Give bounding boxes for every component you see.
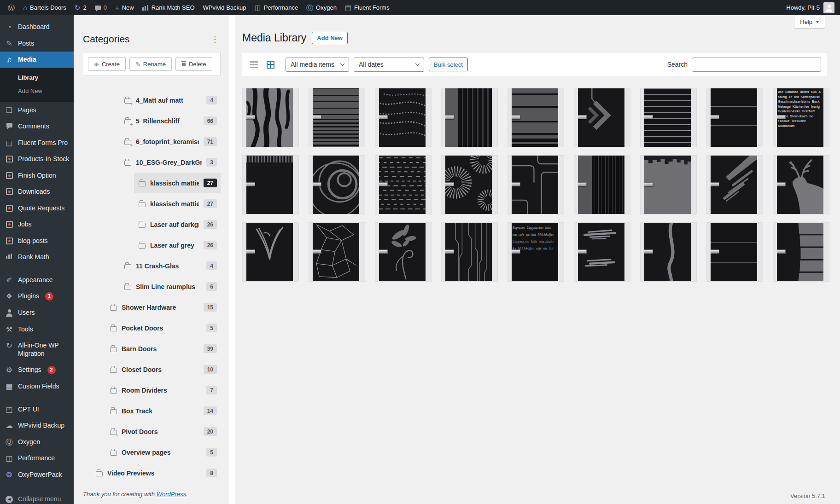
sidebar-item-blog-posts[interactable]: blog-posts [0, 233, 74, 249]
category-tree-item[interactable]: + Pivot Doors 20 [105, 421, 221, 442]
category-tree-item[interactable]: + 4_Matt auf matt 4 [120, 90, 221, 110]
sidebar-item-performance[interactable]: ◫ Performance [0, 450, 74, 467]
sidebar-item-plugins[interactable]: ❖ Plugins 1 [0, 288, 74, 305]
admin-bar-wpvivid-backup[interactable]: WPvivid Backup [199, 0, 251, 15]
category-tree-item[interactable]: klassisch mattiert ... 27 [134, 193, 221, 214]
rename-button[interactable]: ✎Rename [129, 57, 172, 71]
admin-bar-oxygen[interactable]: Ⓠ Oxygen [302, 0, 341, 15]
sidebar-item-appearance[interactable]: ✐ Appearance [0, 272, 74, 289]
search-input[interactable] [692, 58, 821, 72]
media-item[interactable] [309, 88, 365, 147]
media-item[interactable] [441, 155, 498, 214]
sidebar-item-users[interactable]: Users [0, 305, 74, 321]
media-item[interactable] [375, 222, 432, 282]
media-item[interactable] [574, 155, 630, 214]
media-item[interactable] [375, 155, 432, 214]
media-item[interactable] [242, 222, 299, 282]
category-tree-item[interactable]: Video Previews 8 [91, 463, 221, 483]
sidebar-item-media[interactable]: ♫ Media [0, 52, 74, 68]
sidebar-item-dashboard[interactable]: ◔ Dashboard [0, 19, 74, 35]
category-tree-item[interactable]: 11 Crash-Glas 4 [120, 255, 221, 276]
media-item[interactable] [508, 88, 564, 147]
sidebar-item-quote-requests[interactable]: Quote Requests [0, 200, 74, 217]
media-item[interactable] [508, 155, 564, 214]
media-item[interactable]: Espresso Cappuccino latte ma café au lai… [508, 222, 564, 282]
sidebar-item-products-in-stock[interactable]: Products-In-Stock [0, 151, 74, 168]
category-tree-item[interactable]: klassisch mattiert... 27 [134, 173, 221, 193]
sidebar-item-wpvivid-backup[interactable]: ☁ WPvivid Backup [0, 417, 74, 434]
sidebar-item-tools[interactable]: ⚒ Tools [0, 321, 74, 338]
submenu-item-library[interactable]: Library [0, 71, 74, 84]
category-tree-item[interactable]: Barn Doors 39 [105, 338, 221, 359]
media-item[interactable] [640, 222, 697, 282]
media-item[interactable] [706, 155, 763, 214]
sidebar-item-posts[interactable]: ✎ Posts [0, 35, 74, 52]
create-button[interactable]: ⊕Create [88, 57, 126, 71]
add-new-button[interactable]: Add New [312, 32, 348, 44]
admin-bar-rank-math[interactable]: Rank Math SEO [138, 0, 199, 15]
media-item[interactable] [773, 222, 829, 282]
admin-bar-fluent-forms[interactable]: ▤ Fluent Forms [341, 0, 394, 15]
howdy-label[interactable]: Howdy, Pit-5 [786, 4, 820, 11]
admin-bar-wp-logo[interactable]: Ⓦ [4, 0, 19, 15]
sidebar-item-custom-fields[interactable]: ▦ Custom Fields [0, 378, 74, 395]
category-tree-item[interactable]: Laser auf grey 26 [134, 235, 221, 255]
kebab-menu-icon[interactable]: ⋮ [209, 35, 221, 44]
sidebar-item-pages[interactable]: ❏ Pages [0, 102, 74, 119]
sidebar-item-oxypowerpack[interactable]: ❂ OxyPowerPack [0, 467, 74, 483]
category-tree-item[interactable]: Pocket Doors 5 [105, 318, 221, 338]
sidebar-item-settings[interactable]: ⚙ Settings 2 [0, 362, 74, 378]
sidebar-item-oxygen[interactable]: Ⓠ Oxygen [0, 434, 74, 451]
avatar[interactable] [823, 2, 834, 13]
media-item[interactable] [242, 155, 299, 214]
category-tree-item[interactable]: Room Dividers 7 [105, 380, 221, 400]
category-tree-item[interactable]: Slim Line raumplus 6 [120, 276, 221, 297]
media-item[interactable] [706, 222, 763, 282]
media-item[interactable] [706, 88, 763, 147]
sidebar-item-finish-option[interactable]: Finish Option [0, 168, 74, 184]
admin-bar-performance[interactable]: ◫ Performance [251, 0, 303, 15]
sidebar-item-comments[interactable]: Comments [0, 118, 74, 135]
media-item[interactable] [640, 88, 697, 147]
category-tree-item[interactable]: + 6_fotoprint_keramische... 71 [120, 131, 221, 152]
category-tree-item[interactable]: Overview pages 5 [105, 442, 221, 463]
media-item[interactable]: use Salatbar Buffet süß & salzig Te ost … [773, 88, 829, 147]
media-item[interactable] [309, 222, 365, 282]
sidebar-item-collapse-menu[interactable]: ◀ Collapse menu [0, 491, 74, 504]
category-tree-item[interactable]: + 5_Rillenschliff 66 [120, 110, 221, 131]
submenu-item-add-new[interactable]: Add New [0, 84, 74, 98]
media-item[interactable] [773, 155, 829, 214]
media-item[interactable] [441, 222, 498, 282]
category-tree-item[interactable]: Box Track 14 [105, 400, 221, 421]
media-item[interactable] [375, 88, 432, 147]
delete-button[interactable]: Delete [175, 57, 212, 71]
admin-bar-updates[interactable]: ↻ 2 [70, 0, 91, 15]
media-item[interactable] [574, 88, 630, 147]
category-tree-item[interactable]: Shower Hardware 15 [105, 297, 221, 318]
category-tree-item[interactable]: Laser auf darkgrey 26 [134, 214, 221, 235]
media-item[interactable] [640, 155, 697, 214]
help-button[interactable]: Help [794, 15, 825, 29]
media-item[interactable] [242, 88, 299, 147]
sidebar-item-all-in-one-wp-migration[interactable]: ↻ All-in-One WP Migration [0, 337, 74, 362]
wordpress-link[interactable]: WordPress [157, 491, 186, 498]
admin-bar-comments[interactable]: 0 [91, 0, 111, 15]
admin-bar-new[interactable]: + New [111, 0, 138, 15]
media-type-filter[interactable]: All media items [286, 58, 349, 72]
media-item[interactable] [441, 88, 498, 147]
sidebar-item-downloads[interactable]: Downloads [0, 184, 74, 200]
sidebar-item-cpt-ui[interactable]: ◰ CPT UI [0, 401, 74, 418]
list-view-button[interactable] [248, 58, 260, 70]
sidebar-item-jobs[interactable]: Jobs [0, 216, 74, 233]
sidebar-item-rank-math[interactable]: Rank Math [0, 249, 74, 266]
category-tree-item[interactable]: Closet Doors 10 [105, 359, 221, 380]
sidebar-item-fluent-forms-pro[interactable]: ▤ Fluent Forms Pro [0, 135, 74, 151]
bulk-select-button[interactable]: Bulk select [429, 58, 468, 71]
category-tree-item[interactable]: − 10_ESG-Grey_DarkGrey 3 [120, 152, 221, 173]
media-item[interactable] [574, 222, 630, 282]
media-item[interactable] [309, 155, 365, 214]
admin-bar-site-name[interactable]: ⌂ Bartels Doors [19, 0, 70, 15]
panel-divider[interactable] [228, 15, 235, 504]
date-filter[interactable]: All dates [354, 58, 424, 72]
grid-view-button[interactable] [264, 58, 276, 70]
